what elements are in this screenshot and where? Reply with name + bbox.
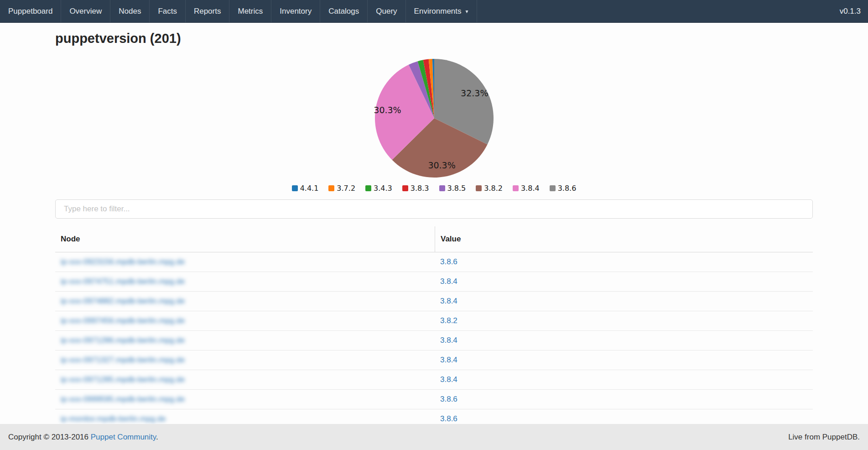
fact-value-link[interactable]: 3.8.4: [440, 375, 457, 384]
node-link[interactable]: ip-xxx-0997456.mpdb-berlin.mpg.de: [61, 316, 185, 325]
pie-percent-label: 30.3%: [428, 160, 455, 170]
legend-swatch-icon: [439, 185, 445, 191]
legend-swatch-icon: [550, 185, 556, 191]
fact-value-link[interactable]: 3.8.6: [440, 395, 457, 403]
fact-value-link[interactable]: 3.8.4: [440, 277, 457, 286]
table-row: ip-xxx-0999595.mpdb-berlin.mpg.de3.8.6: [55, 390, 813, 409]
pie-percent-label: 32.3%: [461, 88, 488, 98]
fact-value-link[interactable]: 3.8.2: [440, 316, 457, 325]
table-row: ip-xxx-0974882.mpdb-berlin.mpg.de3.8.4: [55, 292, 813, 311]
page-title: puppetversion (201): [55, 31, 813, 46]
legend-swatch-icon: [365, 185, 371, 191]
legend-swatch-icon: [292, 185, 298, 191]
chart-legend: 4.4.13.7.23.4.33.8.33.8.53.8.23.8.43.8.6: [55, 184, 813, 193]
table-header-row: Node Value: [55, 226, 813, 252]
fact-value-link[interactable]: 3.8.4: [440, 336, 457, 345]
nav-menu: Puppetboard OverviewNodesFactsReportsMet…: [0, 0, 477, 22]
pie-chart-svg: 32.3%30.3%30.3%: [372, 56, 496, 180]
legend-item-3.7.2: 3.7.2: [328, 184, 355, 193]
legend-swatch-icon: [476, 185, 482, 191]
legend-swatch-icon: [402, 185, 408, 191]
fact-value-link[interactable]: 3.8.6: [440, 414, 457, 423]
nav-items: OverviewNodesFactsReportsMetricsInventor…: [61, 0, 405, 22]
node-link[interactable]: ip-xxx-0971286.mpdb-berlin.mpg.de: [61, 336, 185, 345]
table-row: ip-xxx-0974751.mpdb-berlin.mpg.de3.8.4: [55, 272, 813, 292]
node-link[interactable]: ip-xxx-0999595.mpdb-berlin.mpg.de: [61, 395, 185, 403]
table-row: ip-xxx-0923156.mpdb-berlin.mpg.de3.8.6: [55, 252, 813, 272]
node-link[interactable]: ip-xxx-0923156.mpdb-berlin.mpg.de: [61, 257, 185, 266]
legend-item-3.8.5: 3.8.5: [439, 184, 466, 193]
facts-table: Node Value ip-xxx-0923156.mpdb-berlin.mp…: [55, 226, 813, 424]
node-link[interactable]: ip-xxx-0974751.mpdb-berlin.mpg.de: [61, 277, 185, 286]
legend-label: 3.8.4: [521, 184, 540, 193]
top-nav: Puppetboard OverviewNodesFactsReportsMet…: [0, 0, 868, 23]
nav-item-reports[interactable]: Reports: [186, 0, 230, 22]
nav-item-catalogs[interactable]: Catalogs: [320, 0, 368, 22]
table-row: ip-xxx-0971327.mpdb-berlin.mpg.de3.8.4: [55, 351, 813, 370]
footer-copyright: Copyright © 2013-2016 Puppet Community.: [8, 433, 158, 442]
fact-value-link[interactable]: 3.8.4: [440, 356, 457, 364]
table-row: ip-monitor.mpdb-berlin.mpg.de3.8.6: [55, 409, 813, 424]
legend-item-3.8.4: 3.8.4: [513, 184, 540, 193]
nav-brand-puppetboard[interactable]: Puppetboard: [0, 0, 61, 22]
legend-item-3.8.6: 3.8.6: [550, 184, 577, 193]
fact-pie-chart: 32.3%30.3%30.3% 4.4.13.7.23.4.33.8.33.8.…: [55, 56, 813, 193]
legend-swatch-icon: [513, 185, 519, 191]
table-body: ip-xxx-0923156.mpdb-berlin.mpg.de3.8.6ip…: [55, 252, 813, 424]
legend-item-3.4.3: 3.4.3: [365, 184, 392, 193]
legend-label: 3.8.3: [411, 184, 429, 193]
legend-label: 3.4.3: [374, 184, 392, 193]
node-link[interactable]: ip-xxx-0974882.mpdb-berlin.mpg.de: [61, 297, 185, 305]
node-link[interactable]: ip-xxx-0971285.mpdb-berlin.mpg.de: [61, 375, 185, 384]
main-content: puppetversion (201) 32.3%30.3%30.3% 4.4.…: [0, 23, 868, 424]
legend-label: 3.8.5: [447, 184, 466, 193]
fact-value-link[interactable]: 3.8.4: [440, 297, 457, 305]
nav-item-query[interactable]: Query: [368, 0, 405, 22]
pie-percent-label: 30.3%: [374, 105, 401, 115]
column-header-node[interactable]: Node: [55, 235, 435, 244]
puppet-community-link[interactable]: Puppet Community: [91, 433, 156, 441]
nav-item-overview[interactable]: Overview: [61, 0, 110, 22]
node-link[interactable]: ip-xxx-0971327.mpdb-berlin.mpg.de: [61, 356, 185, 364]
filter-input[interactable]: [55, 199, 813, 219]
nav-item-inventory[interactable]: Inventory: [271, 0, 320, 22]
legend-item-4.4.1: 4.4.1: [292, 184, 319, 193]
chevron-down-icon: ▾: [466, 8, 468, 15]
nav-item-metrics[interactable]: Metrics: [229, 0, 271, 22]
node-link[interactable]: ip-monitor.mpdb-berlin.mpg.de: [61, 414, 166, 423]
legend-label: 3.8.6: [558, 184, 577, 193]
footer: Copyright © 2013-2016 Puppet Community. …: [0, 424, 868, 450]
footer-status: Live from PuppetDB.: [788, 433, 860, 442]
fact-value-link[interactable]: 3.8.6: [440, 257, 457, 266]
legend-label: 3.8.2: [484, 184, 503, 193]
legend-swatch-icon: [328, 185, 334, 191]
column-header-value[interactable]: Value: [435, 226, 813, 252]
copyright-period: .: [156, 433, 158, 441]
nav-environments-dropdown[interactable]: Environments ▾: [406, 0, 477, 22]
nav-item-facts[interactable]: Facts: [150, 0, 186, 22]
legend-item-3.8.3: 3.8.3: [402, 184, 429, 193]
app-version: v0.1.3: [832, 0, 868, 22]
legend-label: 4.4.1: [300, 184, 319, 193]
legend-item-3.8.2: 3.8.2: [476, 184, 503, 193]
table-row: ip-xxx-0997456.mpdb-berlin.mpg.de3.8.2: [55, 311, 813, 331]
table-row: ip-xxx-0971285.mpdb-berlin.mpg.de3.8.4: [55, 370, 813, 390]
copyright-text: Copyright © 2013-2016: [8, 433, 91, 441]
table-row: ip-xxx-0971286.mpdb-berlin.mpg.de3.8.4: [55, 331, 813, 351]
nav-item-nodes[interactable]: Nodes: [110, 0, 150, 22]
nav-environments-label: Environments: [414, 7, 462, 16]
legend-label: 3.7.2: [337, 184, 355, 193]
